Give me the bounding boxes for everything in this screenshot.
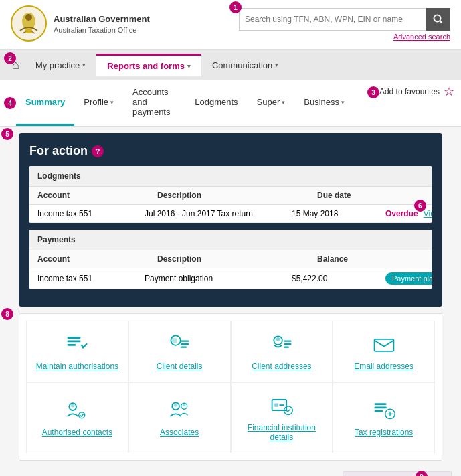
logo-text: Australian Government Australian Taxatio… (54, 14, 150, 35)
advanced-search-link[interactable]: Advanced search (393, 33, 450, 41)
step2-badge: 2 (4, 52, 16, 64)
quick-label-auth-contacts: Authorised contacts (42, 428, 112, 437)
chevron-down-icon: ▾ (110, 99, 114, 106)
tab-super[interactable]: Super ▾ (248, 80, 295, 126)
svg-point-21 (71, 404, 74, 407)
quick-label-tax-registrations: Tax registrations (355, 428, 413, 437)
step6-badge: 6 (414, 200, 426, 212)
svg-rect-11 (181, 341, 189, 342)
search-icon (433, 14, 444, 25)
maintain-auth-icon (65, 332, 89, 356)
customise-row: 9 Customise quick links ⚙ (0, 467, 461, 476)
ato-logo-icon (11, 5, 47, 42)
search-row (239, 8, 450, 31)
logo-area: Australian Government Australian Taxatio… (11, 5, 150, 44)
svg-rect-19 (374, 339, 393, 351)
step8-badge: 8 (1, 308, 13, 320)
quick-item-maintain-auth[interactable]: Maintain authorisations (26, 321, 128, 382)
tab-accounts-payments[interactable]: Accounts and payments (123, 80, 185, 126)
quick-item-financial[interactable]: Financial institution details (231, 382, 333, 453)
quick-label-associates: Associates (160, 428, 199, 437)
overdue-badge: Overdue (385, 209, 418, 218)
quick-item-tax-registrations[interactable]: Tax registrations (333, 382, 435, 453)
svg-rect-12 (181, 343, 189, 345)
nav-communication[interactable]: Communication ▾ (201, 55, 289, 76)
svg-rect-10 (172, 338, 177, 343)
quick-label-client-addresses: Client addresses (252, 362, 311, 371)
info-icon[interactable]: ? (92, 145, 104, 157)
lodgments-col-headers: Account Description Due date (29, 187, 432, 205)
header: Australian Government Australian Taxatio… (0, 0, 461, 50)
svg-point-26 (183, 404, 186, 407)
tabs-section: 3 Add to favourites ☆ 4 Summary Profile … (0, 80, 461, 127)
customise-quick-links-button[interactable]: Customise quick links ⚙ (343, 471, 452, 476)
lodgment-row-actions: Overdue 6 View › (385, 209, 432, 218)
quick-label-maintain-auth: Maintain authorisations (36, 362, 118, 371)
payments-col-headers: Account Description Balance (29, 250, 432, 268)
nav-my-practice[interactable]: My practice ▾ (25, 55, 96, 76)
search-area: 1 Advanced search (239, 8, 450, 41)
add-fav-label: Add to favourites (379, 87, 440, 96)
payments-header: Payments (29, 230, 432, 250)
tax-registrations-icon (372, 398, 396, 422)
nav-reports-forms[interactable]: Reports and forms ▾ (96, 54, 201, 76)
payment-plan-button[interactable]: Payment plan (385, 272, 432, 285)
for-action-title: For action ? (29, 144, 432, 158)
svg-rect-7 (68, 341, 81, 343)
tab-profile[interactable]: Profile ▾ (74, 80, 123, 126)
client-addresses-icon (270, 332, 294, 356)
chevron-down-icon: ▾ (341, 99, 345, 106)
svg-rect-28 (274, 403, 278, 406)
chevron-down-icon: ▾ (187, 63, 191, 70)
add-to-favourites[interactable]: 3 Add to favourites ☆ (375, 84, 454, 99)
svg-rect-17 (284, 343, 291, 345)
auth-contacts-icon (65, 398, 89, 422)
tab-business[interactable]: Business ▾ (294, 80, 354, 126)
ato-name: Australian Taxation Office (54, 25, 150, 35)
quick-label-financial: Financial institution details (237, 423, 327, 442)
step1-badge: 1 (229, 1, 242, 13)
tab-lodgments[interactable]: Lodgments (185, 80, 247, 126)
svg-rect-31 (374, 403, 386, 405)
financial-institution-icon (270, 394, 294, 418)
svg-rect-8 (68, 344, 76, 346)
svg-rect-33 (374, 410, 383, 412)
chevron-down-icon: ▾ (275, 62, 278, 68)
quick-item-auth-contacts[interactable]: Authorised contacts (26, 382, 128, 453)
svg-rect-29 (279, 404, 284, 406)
step5-badge: 5 (1, 128, 13, 140)
svg-point-15 (276, 337, 280, 341)
chevron-down-icon: ▾ (82, 62, 86, 68)
quick-links-section: Maintain authorisations Client details (19, 313, 442, 461)
svg-rect-16 (284, 341, 291, 342)
for-action-section: For action ? Lodgments Account Descripti… (19, 133, 442, 307)
view-link[interactable]: View › (424, 209, 432, 218)
quick-label-email-addresses: Email addresses (354, 362, 413, 371)
quick-item-client-addresses[interactable]: Client addresses (231, 321, 333, 382)
quick-links-grid: Maintain authorisations Client details (26, 321, 435, 453)
tab-summary[interactable]: Summary (16, 80, 74, 126)
step2-badge-wrap: 2 (4, 52, 16, 64)
lodgments-header: Lodgments (29, 166, 432, 187)
quick-item-email-addresses[interactable]: Email addresses (333, 321, 435, 382)
quick-item-client-details[interactable]: Client details (128, 321, 231, 382)
quick-label-client-details: Client details (157, 362, 203, 371)
svg-rect-18 (284, 347, 288, 348)
nav-bar: 2 ⌂ My practice ▾ Reports and forms ▾ Co… (0, 50, 461, 80)
chevron-down-icon: ▾ (282, 99, 285, 106)
search-button[interactable] (426, 8, 450, 31)
svg-point-24 (174, 403, 177, 406)
search-input[interactable] (239, 8, 426, 31)
svg-rect-13 (181, 347, 187, 348)
svg-rect-32 (374, 407, 386, 409)
payments-table: Payments Account Description Balance Inc… (29, 230, 432, 289)
gov-name: Australian Government (54, 14, 150, 25)
table-row: Income tax 551 Payment obligation $5,422… (29, 268, 432, 289)
step3-badge: 3 (367, 86, 379, 98)
client-details-icon (167, 332, 191, 356)
svg-point-2 (25, 14, 32, 21)
step4-badge: 4 (4, 97, 16, 109)
quick-item-associates[interactable]: Associates (128, 382, 231, 453)
svg-rect-6 (68, 337, 81, 339)
svg-rect-3 (25, 29, 32, 33)
